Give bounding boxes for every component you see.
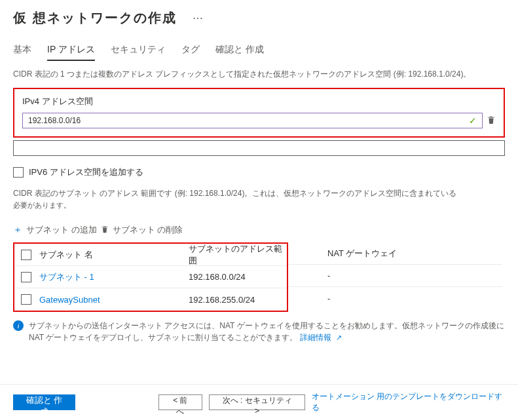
tab-security[interactable]: セキュリティ: [111, 44, 166, 61]
delete-address-icon[interactable]: [487, 115, 496, 126]
next-button[interactable]: 次へ : セキュリティ >: [209, 394, 305, 410]
tab-ip-address[interactable]: IP アドレス: [47, 44, 95, 61]
col-header-name: サブネット 名: [39, 249, 189, 261]
table-row: サブネット - 1 192.168.0.0/24: [14, 266, 287, 288]
add-address-space-input[interactable]: [13, 140, 505, 156]
tab-basic[interactable]: 基本: [13, 44, 31, 61]
plus-icon: ＋: [13, 224, 22, 236]
col-header-nat: NAT ゲートウェイ: [327, 248, 458, 259]
ipv4-label: IPv4 アドレス空間: [22, 96, 496, 107]
select-all-checkbox[interactable]: [21, 250, 31, 260]
page-title: 仮 想ネットワークの作成: [13, 9, 177, 27]
table-row: GatewaySubnet 192.168.255.0/24: [14, 288, 287, 311]
ipv4-address-space-section: IPv4 アドレス空間 192.168.0.0/16 ✓: [13, 88, 505, 138]
subnet-range: 192.168.0.0/24: [189, 272, 287, 282]
nat-value: -: [327, 271, 458, 280]
nat-value: -: [327, 294, 458, 303]
ipv6-checkbox[interactable]: [13, 167, 24, 178]
download-template-link[interactable]: オートメーション 用のテンプレートをダウンロードする: [312, 391, 505, 413]
ipv4-address-input[interactable]: 192.168.0.0/16 ✓: [22, 113, 483, 128]
external-link-icon: ↗: [336, 334, 342, 341]
table-row: -: [288, 287, 502, 309]
address-space-description: CIDR 表記の 1 つまたは複数のアドレス プレフィックスとして指定された仮想…: [13, 69, 505, 80]
subnet-name-link[interactable]: GatewaySubnet: [39, 295, 189, 305]
learn-more-link[interactable]: 詳細情報: [300, 333, 331, 342]
tab-tags[interactable]: タグ: [181, 44, 200, 61]
delete-subnet-button[interactable]: サブネット の削除: [113, 224, 183, 236]
add-subnet-button[interactable]: サブネット の追加: [26, 224, 97, 236]
col-header-range: サブネットのアドレス範囲: [189, 243, 287, 267]
subnet-table-highlight: サブネット 名 サブネットのアドレス範囲 サブネット - 1 192.168.0…: [13, 242, 288, 312]
tab-review-create[interactable]: 確認と 作成: [215, 44, 264, 61]
trash-icon: [101, 225, 109, 235]
subnet-range: 192.168.255.0/24: [189, 295, 287, 305]
review-create-button[interactable]: 確認と 作成: [13, 394, 75, 410]
table-row: -: [288, 265, 502, 287]
tabs: 基本 IP アドレス セキュリティ タグ 確認と 作成: [0, 32, 518, 61]
ipv6-label: IPV6 アドレス空間を追加する: [29, 166, 143, 178]
more-icon[interactable]: ⋯: [193, 12, 203, 24]
subnet-name-link[interactable]: サブネット - 1: [39, 271, 189, 283]
previous-button[interactable]: < 前へ: [158, 394, 202, 410]
info-text: サブネットからの送信インターネット アクセスには、NAT ゲートウェイを使用する…: [29, 320, 505, 343]
check-icon: ✓: [469, 115, 477, 126]
subnet-description: CIDR 表記のサブネット のアドレス 範囲です (例: 192.168.1.0…: [0, 187, 518, 211]
row-checkbox[interactable]: [21, 294, 31, 305]
ipv4-address-value: 192.168.0.0/16: [28, 116, 81, 125]
info-icon: i: [13, 320, 24, 331]
row-checkbox[interactable]: [21, 272, 31, 282]
